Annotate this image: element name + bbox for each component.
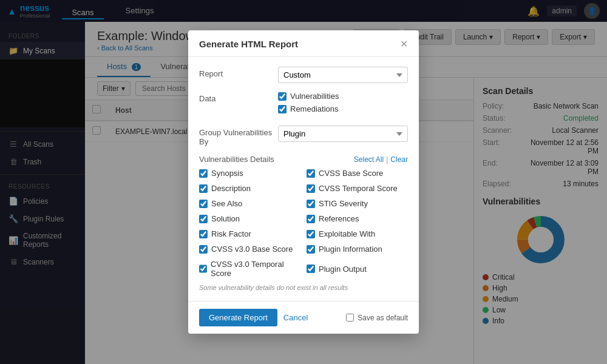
- generate-report-dialog: Generate HTML Report ✕ Report Custom Exe…: [188, 30, 419, 334]
- vuln-details-note: Some vulnerability details do not exist …: [199, 284, 408, 291]
- select-links: Select All | Clear: [354, 155, 408, 164]
- save-default-label: Save as default: [358, 314, 408, 322]
- modal-overlay[interactable]: Generate HTML Report ✕ Report Custom Exe…: [0, 0, 607, 364]
- exploitable-checkbox[interactable]: [307, 230, 315, 238]
- cvss3-temporal-checkbox[interactable]: [199, 265, 207, 273]
- vuln-details-section: Vulnerabilities Details Select All | Cle…: [199, 155, 408, 291]
- plugin-info-label: Plugin Information: [319, 244, 382, 254]
- references-checkbox[interactable]: [307, 215, 315, 223]
- description-row: Description: [199, 184, 300, 193]
- group-label: Group Vulnerabilities By: [199, 126, 278, 146]
- plugin-output-checkbox[interactable]: [307, 265, 315, 273]
- risk-factor-row: Risk Factor: [199, 229, 300, 238]
- plugin-info-row: Plugin Information: [307, 244, 408, 254]
- solution-label: Solution: [211, 214, 240, 223]
- cvss3-temporal-label: CVSS v3.0 Temporal Score: [211, 260, 300, 278]
- link-separator: |: [386, 155, 388, 164]
- vulnerabilities-checkbox-row: Vulnerabilities: [278, 92, 408, 101]
- remediations-checkbox[interactable]: [278, 105, 287, 113]
- save-default-area: Save as default: [346, 314, 408, 322]
- save-default-checkbox[interactable]: [346, 314, 354, 322]
- description-checkbox[interactable]: [199, 184, 208, 193]
- group-select[interactable]: Plugin Host Severity: [278, 126, 408, 142]
- risk-factor-checkbox[interactable]: [199, 230, 208, 238]
- exploitable-label: Exploitable With: [319, 229, 375, 238]
- solution-checkbox[interactable]: [199, 215, 208, 223]
- data-row: Data Vulnerabilities Remediations: [199, 92, 408, 117]
- solution-row: Solution: [199, 214, 300, 223]
- report-select[interactable]: Custom Executive Detailed: [278, 67, 408, 83]
- close-icon[interactable]: ✕: [400, 39, 408, 49]
- cvss-base-row: CVSS Base Score: [307, 169, 408, 178]
- cvss3-base-row: CVSS v3.0 Base Score: [199, 244, 300, 254]
- synopsis-label: Synopsis: [211, 169, 243, 178]
- data-label: Data: [199, 92, 278, 103]
- plugin-info-checkbox[interactable]: [307, 245, 315, 254]
- dialog-footer: Generate Report Cancel Save as default: [188, 301, 419, 334]
- cancel-button[interactable]: Cancel: [283, 313, 308, 322]
- cvss-base-label: CVSS Base Score: [319, 169, 383, 178]
- vulnerabilities-checkbox[interactable]: [278, 92, 287, 101]
- data-checkboxes: Vulnerabilities Remediations: [278, 92, 408, 117]
- remediations-checkbox-row: Remediations: [278, 104, 408, 113]
- cvss-base-checkbox[interactable]: [307, 169, 315, 178]
- group-select-wrapper: Plugin Host Severity: [278, 126, 408, 142]
- description-label: Description: [211, 184, 251, 193]
- vulnerabilities-checkbox-label: Vulnerabilities: [290, 92, 339, 101]
- vuln-checkboxes-grid: Synopsis CVSS Base Score Description CVS…: [199, 169, 408, 281]
- stig-severity-row: STIG Severity: [307, 199, 408, 208]
- cvss3-base-label: CVSS v3.0 Base Score: [211, 244, 293, 254]
- see-also-row: See Also: [199, 199, 300, 208]
- report-label: Report: [199, 67, 278, 78]
- stig-severity-checkbox[interactable]: [307, 200, 315, 208]
- stig-severity-label: STIG Severity: [319, 199, 368, 208]
- synopsis-checkbox[interactable]: [199, 169, 208, 178]
- synopsis-row: Synopsis: [199, 169, 300, 178]
- clear-link[interactable]: Clear: [390, 155, 408, 164]
- dialog-title: Generate HTML Report: [199, 39, 298, 49]
- references-row: References: [307, 214, 408, 223]
- cvss-temporal-label: CVSS Temporal Score: [319, 184, 398, 193]
- dialog-body: Report Custom Executive Detailed Data Vu…: [188, 57, 419, 301]
- exploitable-row: Exploitable With: [307, 229, 408, 238]
- vuln-details-label: Vulnerabilities Details: [199, 155, 274, 164]
- select-all-link[interactable]: Select All: [354, 155, 384, 164]
- dialog-header: Generate HTML Report ✕: [188, 30, 419, 57]
- plugin-output-label: Plugin Output: [319, 265, 367, 274]
- group-by-row: Group Vulnerabilities By Plugin Host Sev…: [199, 126, 408, 146]
- references-label: References: [319, 214, 359, 223]
- cvss3-base-checkbox[interactable]: [199, 245, 208, 254]
- report-select-wrapper: Custom Executive Detailed: [278, 67, 408, 83]
- see-also-label: See Also: [211, 199, 242, 208]
- cvss-temporal-checkbox[interactable]: [307, 184, 315, 193]
- see-also-checkbox[interactable]: [199, 200, 208, 208]
- report-row: Report Custom Executive Detailed: [199, 67, 408, 83]
- cvss-temporal-row: CVSS Temporal Score: [307, 184, 408, 193]
- risk-factor-label: Risk Factor: [211, 229, 251, 238]
- vuln-details-header: Vulnerabilities Details Select All | Cle…: [199, 155, 408, 164]
- generate-report-button[interactable]: Generate Report: [199, 309, 277, 326]
- remediations-checkbox-label: Remediations: [290, 104, 339, 113]
- cvss3-temporal-row: CVSS v3.0 Temporal Score: [199, 260, 300, 278]
- plugin-output-row: Plugin Output: [307, 260, 408, 278]
